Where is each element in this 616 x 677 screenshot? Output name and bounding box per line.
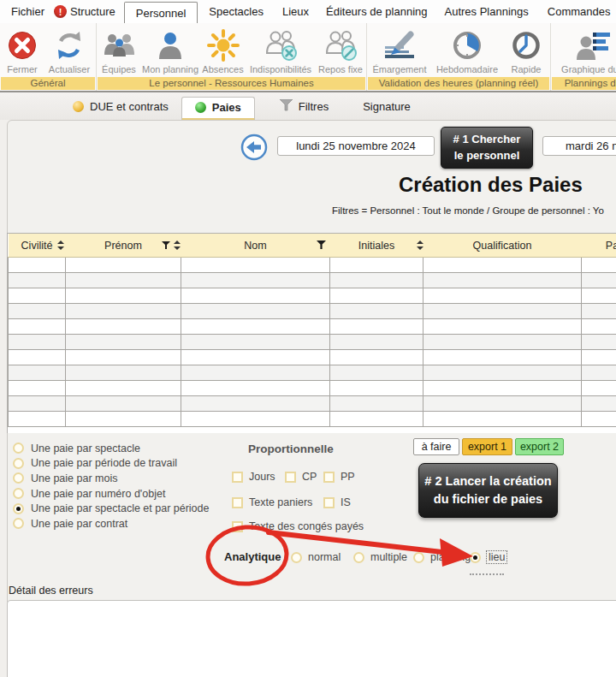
table-cell[interactable] [424, 350, 582, 365]
table-cell[interactable] [582, 304, 616, 319]
menu-item-commandes[interactable]: Commandes [542, 5, 616, 18]
filter-icon[interactable] [162, 241, 170, 252]
table-cell[interactable] [9, 288, 66, 304]
export-2-button[interactable]: export 2 [515, 438, 564, 455]
emargement-button[interactable]: Émargement [367, 23, 432, 77]
lancer-creation-paies-button[interactable]: # 2 Lancer la création du fichier de pai… [418, 463, 558, 518]
table-cell[interactable] [424, 304, 582, 319]
table-cell[interactable] [582, 273, 616, 288]
checkbox-cp[interactable]: CP [285, 471, 317, 483]
table-cell[interactable] [424, 381, 582, 396]
menu-item-spectacles[interactable]: Spectacles [203, 5, 270, 18]
table-cell[interactable] [9, 381, 66, 396]
table-cell[interactable] [9, 365, 66, 381]
table-cell[interactable] [66, 258, 181, 273]
radio-une-paie-par-periode-de-travail[interactable]: Une paie par période de travail [13, 456, 209, 472]
table-cell[interactable] [9, 350, 66, 365]
table-cell[interactable] [181, 319, 330, 335]
repos-fixe-button[interactable]: Repos fixe [315, 23, 366, 77]
radio-une-paie-par-spectacle-et-periode[interactable]: Une paie par spectacle et par période [13, 501, 209, 516]
table-row[interactable] [9, 335, 616, 350]
checkbox-is[interactable]: IS [323, 496, 351, 508]
table-cell[interactable] [181, 381, 330, 396]
menu-item-personnel[interactable]: Personnel [124, 2, 198, 24]
radio-une-paie-par-mois[interactable]: Une paie par mois [13, 471, 209, 486]
sort-icon[interactable] [57, 241, 64, 252]
table-cell[interactable] [330, 350, 424, 365]
fermer-button[interactable]: Fermer [1, 23, 44, 77]
menu-item-editeurs-de-planning[interactable]: Éditeurs de planning [320, 5, 434, 18]
table-cell[interactable] [424, 412, 582, 427]
column-header-nom[interactable]: Nom [181, 234, 330, 258]
table-cell[interactable] [9, 335, 66, 350]
radio-analytique-lieu[interactable]: lieu [470, 551, 506, 563]
table-row[interactable] [9, 273, 616, 288]
tab-due-et-contrats[interactable]: DUE et contrats [60, 92, 181, 120]
table-cell[interactable] [9, 396, 66, 412]
menu-item-structure[interactable]: ! Structure [50, 5, 119, 18]
table-cell[interactable] [582, 381, 616, 396]
table-cell[interactable] [66, 319, 181, 335]
table-row[interactable] [9, 365, 616, 381]
table-cell[interactable] [582, 288, 616, 304]
error-detail-box[interactable] [7, 600, 616, 677]
a-faire-button[interactable]: à faire [413, 438, 459, 455]
radio-une-paie-par-spectacle[interactable]: Une paie par spectacle [13, 441, 209, 456]
table-cell[interactable] [582, 258, 616, 273]
previous-day-button[interactable] [240, 134, 268, 161]
table-cell[interactable] [181, 273, 330, 288]
table-cell[interactable] [9, 258, 66, 273]
table-cell[interactable] [582, 350, 616, 365]
chercher-personnel-button[interactable]: # 1 Chercher le personnel [441, 127, 533, 169]
table-cell[interactable] [582, 335, 616, 350]
radio-analytique-planning[interactable]: planning [413, 551, 471, 563]
menu-item-fichier[interactable]: Fichier [5, 5, 50, 18]
table-cell[interactable] [181, 258, 330, 273]
table-cell[interactable] [181, 350, 330, 365]
table-cell[interactable] [330, 258, 424, 273]
tab-paies[interactable]: Paies [181, 97, 255, 121]
date-field-right[interactable]: mardi 26 nov [542, 136, 616, 156]
checkbox-jours[interactable]: Jours [232, 471, 275, 483]
table-cell[interactable] [181, 365, 330, 381]
radio-une-paie-par-numero-objet[interactable]: Une paie par numéro d'objet [13, 486, 209, 502]
table-cell[interactable] [582, 396, 616, 412]
radio-analytique-multiple[interactable]: multiple [353, 551, 407, 563]
tab-filtres[interactable]: Filtres [267, 92, 341, 120]
table-cell[interactable] [330, 412, 424, 427]
table-cell[interactable] [66, 365, 181, 381]
table-cell[interactable] [66, 335, 181, 350]
table-cell[interactable] [424, 288, 582, 304]
filter-icon[interactable] [317, 241, 326, 252]
menu-item-lieux[interactable]: Lieux [276, 5, 315, 18]
column-header-prenom[interactable]: Prénom [66, 234, 181, 258]
table-cell[interactable] [66, 304, 181, 319]
table-cell[interactable] [424, 319, 582, 335]
table-cell[interactable] [181, 412, 330, 427]
sort-icon[interactable] [417, 241, 424, 252]
table-cell[interactable] [424, 335, 582, 350]
table-cell[interactable] [582, 365, 616, 381]
table-row[interactable] [9, 288, 616, 304]
radio-une-paie-par-contrat[interactable]: Une paie par contrat [13, 516, 209, 532]
table-cell[interactable] [9, 412, 66, 427]
table-cell[interactable] [66, 350, 181, 365]
hebdomadaire-button[interactable]: Hebdomadaire [432, 23, 502, 77]
menu-item-autres-plannings[interactable]: Autres Plannings [439, 5, 535, 18]
table-cell[interactable] [424, 258, 582, 273]
table-cell[interactable] [9, 319, 66, 335]
checkbox-texte-conges-payes[interactable]: Texte des congés payés [232, 520, 364, 532]
column-header-qualification[interactable]: Qualification [424, 234, 582, 258]
table-row[interactable] [9, 258, 616, 273]
table-cell[interactable] [181, 304, 330, 319]
table-row[interactable] [9, 319, 616, 335]
column-header-initiales[interactable]: Initiales [330, 234, 424, 258]
table-row[interactable] [9, 381, 616, 396]
tab-signature[interactable]: Signature [350, 92, 424, 120]
table-cell[interactable] [330, 319, 424, 335]
table-row[interactable] [9, 304, 616, 319]
table-cell[interactable] [9, 273, 66, 288]
actualiser-button[interactable]: Actualiser [44, 23, 95, 77]
table-cell[interactable] [582, 319, 616, 335]
table-cell[interactable] [181, 288, 330, 304]
